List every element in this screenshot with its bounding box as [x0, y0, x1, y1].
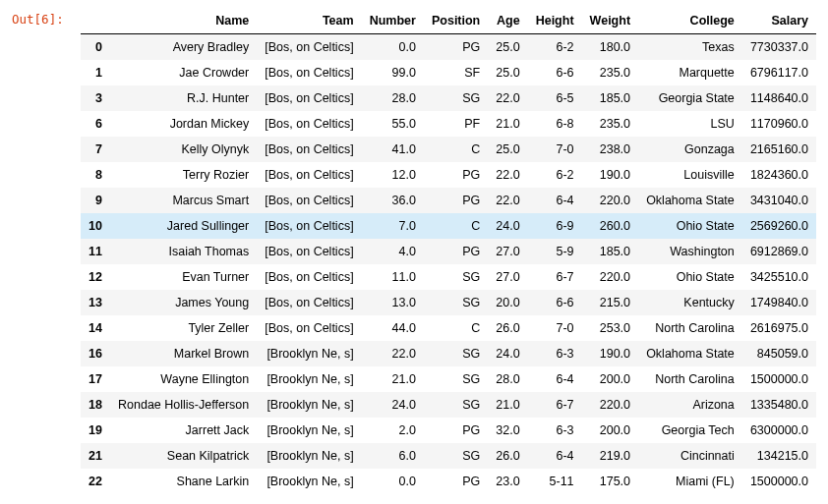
cell-position: SG: [424, 366, 488, 392]
cell-height: 6-9: [528, 213, 582, 239]
cell-number: 44.0: [362, 315, 424, 341]
cell-number: 2.0: [362, 418, 424, 443]
cell-team: [Brooklyn Ne, s]: [257, 341, 361, 366]
cell-number: 13.0: [362, 290, 424, 315]
table-row[interactable]: 3R.J. Hunter[Bos, on Celtics]28.0SG22.06…: [81, 85, 816, 111]
cell-height: 6-4: [528, 188, 582, 213]
cell-number: 7.0: [362, 213, 424, 239]
cell-college: Oklahoma State: [638, 188, 742, 213]
cell-number: 0.0: [362, 469, 424, 494]
cell-position: PG: [424, 34, 488, 61]
table-row[interactable]: 16Markel Brown[Brooklyn Ne, s]22.0SG24.0…: [81, 341, 816, 366]
column-header: Weight: [582, 8, 638, 34]
cell-age: 25.0: [488, 34, 527, 61]
table-row[interactable]: 18Rondae Hollis-Jefferson[Brooklyn Ne, s…: [81, 392, 816, 418]
output-prompt: Out[6]:: [12, 8, 81, 27]
cell-position: C: [424, 137, 488, 162]
cell-age: 26.0: [488, 315, 527, 341]
table-row[interactable]: 9Marcus Smart[Bos, on Celtics]36.0PG22.0…: [81, 188, 816, 213]
cell-height: 6-2: [528, 162, 582, 188]
cell-number: 6.0: [362, 443, 424, 469]
cell-weight: 220.0: [582, 392, 638, 418]
cell-salary: 2569260.0: [742, 213, 816, 239]
cell-team: [Bos, on Celtics]: [257, 137, 361, 162]
cell-name: R.J. Hunter: [110, 85, 257, 111]
table-row[interactable]: 7Kelly Olynyk[Bos, on Celtics]41.0C25.07…: [81, 137, 816, 162]
cell-position: PG: [424, 239, 488, 264]
cell-name: Jarrett Jack: [110, 418, 257, 443]
cell-college: Gonzaga: [638, 137, 742, 162]
cell-height: 7-0: [528, 315, 582, 341]
cell-name: Jae Crowder: [110, 60, 257, 85]
cell-salary: 1170960.0: [742, 111, 816, 137]
table-row[interactable]: 13James Young[Bos, on Celtics]13.0SG20.0…: [81, 290, 816, 315]
cell-weight: 180.0: [582, 34, 638, 61]
cell-position: SG: [424, 341, 488, 366]
cell-college: Oklahoma State: [638, 341, 742, 366]
cell-name: Wayne Ellington: [110, 366, 257, 392]
table-row[interactable]: 12Evan Turner[Bos, on Celtics]11.0SG27.0…: [81, 264, 816, 290]
cell-number: 12.0: [362, 162, 424, 188]
table-row[interactable]: 11Isaiah Thomas[Bos, on Celtics]4.0PG27.…: [81, 239, 816, 264]
cell-team: [Bos, on Celtics]: [257, 162, 361, 188]
cell-age: 24.0: [488, 213, 527, 239]
row-index: 22: [81, 469, 110, 494]
row-index: 19: [81, 418, 110, 443]
table-row[interactable]: 10Jared Sullinger[Bos, on Celtics]7.0C24…: [81, 213, 816, 239]
cell-position: SF: [424, 60, 488, 85]
cell-team: [Brooklyn Ne, s]: [257, 418, 361, 443]
cell-weight: 238.0: [582, 137, 638, 162]
cell-height: 6-7: [528, 264, 582, 290]
table-row[interactable]: 22Shane Larkin[Brooklyn Ne, s]0.0PG23.05…: [81, 469, 816, 494]
cell-position: PG: [424, 188, 488, 213]
cell-salary: 1335480.0: [742, 392, 816, 418]
cell-height: 6-3: [528, 418, 582, 443]
row-index: 1: [81, 60, 110, 85]
cell-age: 21.0: [488, 392, 527, 418]
row-index: 18: [81, 392, 110, 418]
cell-team: [Brooklyn Ne, s]: [257, 443, 361, 469]
cell-number: 55.0: [362, 111, 424, 137]
cell-salary: 1824360.0: [742, 162, 816, 188]
cell-weight: 220.0: [582, 264, 638, 290]
cell-name: Shane Larkin: [110, 469, 257, 494]
table-row[interactable]: 0Avery Bradley[Bos, on Celtics]0.0PG25.0…: [81, 34, 816, 61]
cell-age: 32.0: [488, 418, 527, 443]
table-row[interactable]: 17Wayne Ellington[Brooklyn Ne, s]21.0SG2…: [81, 366, 816, 392]
table-row[interactable]: 1Jae Crowder[Bos, on Celtics]99.0SF25.06…: [81, 60, 816, 85]
cell-salary: 3431040.0: [742, 188, 816, 213]
cell-weight: 235.0: [582, 111, 638, 137]
cell-number: 4.0: [362, 239, 424, 264]
cell-number: 24.0: [362, 392, 424, 418]
table-row[interactable]: 19Jarrett Jack[Brooklyn Ne, s]2.0PG32.06…: [81, 418, 816, 443]
cell-height: 6-4: [528, 366, 582, 392]
row-index: 7: [81, 137, 110, 162]
cell-position: SG: [424, 85, 488, 111]
cell-age: 22.0: [488, 162, 527, 188]
table-body: 0Avery Bradley[Bos, on Celtics]0.0PG25.0…: [81, 34, 816, 495]
cell-name: Sean Kilpatrick: [110, 443, 257, 469]
cell-college: Louisville: [638, 162, 742, 188]
cell-college: Georgia Tech: [638, 418, 742, 443]
table-row[interactable]: 21Sean Kilpatrick[Brooklyn Ne, s]6.0SG26…: [81, 443, 816, 469]
column-header: Name: [110, 8, 257, 34]
cell-salary: 7730337.0: [742, 34, 816, 61]
table-row[interactable]: 14Tyler Zeller[Bos, on Celtics]44.0C26.0…: [81, 315, 816, 341]
cell-number: 21.0: [362, 366, 424, 392]
table-row[interactable]: 6Jordan Mickey[Bos, on Celtics]55.0PF21.…: [81, 111, 816, 137]
cell-team: [Brooklyn Ne, s]: [257, 469, 361, 494]
cell-position: C: [424, 213, 488, 239]
cell-name: Rondae Hollis-Jefferson: [110, 392, 257, 418]
cell-salary: 1749840.0: [742, 290, 816, 315]
cell-college: Washington: [638, 239, 742, 264]
cell-name: Tyler Zeller: [110, 315, 257, 341]
cell-height: 6-6: [528, 290, 582, 315]
cell-weight: 253.0: [582, 315, 638, 341]
cell-height: 6-5: [528, 85, 582, 111]
cell-team: [Bos, on Celtics]: [257, 188, 361, 213]
table-row[interactable]: 8Terry Rozier[Bos, on Celtics]12.0PG22.0…: [81, 162, 816, 188]
cell-salary: 6796117.0: [742, 60, 816, 85]
cell-college: Texas: [638, 34, 742, 61]
cell-weight: 220.0: [582, 188, 638, 213]
cell-position: SG: [424, 264, 488, 290]
